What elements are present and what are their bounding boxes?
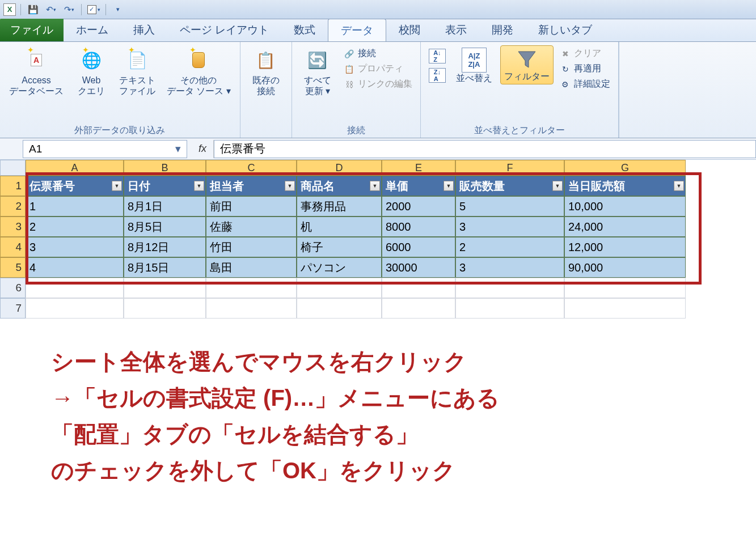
qat-checkbox[interactable]: ✓▾ [86, 3, 101, 16]
cell[interactable] [124, 298, 206, 319]
filter-dropdown-icon[interactable]: ▼ [370, 181, 380, 191]
cell[interactable]: パソコン [297, 257, 382, 278]
table-header[interactable]: 販売数量▼ [455, 176, 564, 196]
cell[interactable]: 12,000 [564, 237, 686, 257]
other-sources-button[interactable]: ✦ その他の データ ソース ▾ [163, 45, 234, 99]
dropdown-icon[interactable]: ▾ [175, 142, 181, 155]
row-header-6[interactable]: 6 [0, 278, 26, 298]
tab-newtab[interactable]: 新しいタブ [526, 19, 605, 41]
col-header-D[interactable]: D [297, 160, 382, 176]
cell[interactable] [564, 298, 686, 319]
name-box[interactable]: A1 ▾ [23, 140, 187, 158]
cell[interactable]: 2 [26, 217, 124, 237]
tab-home[interactable]: ホーム [64, 19, 121, 41]
connections-button[interactable]: 🔗接続 [344, 48, 412, 60]
cell[interactable] [382, 278, 455, 298]
table-header[interactable]: 当日販売額▼ [564, 176, 686, 196]
cell[interactable]: 1 [26, 196, 124, 217]
redo-icon[interactable]: ↷▾ [62, 3, 77, 16]
table-header[interactable]: 単価▼ [382, 176, 455, 196]
tab-formulas[interactable]: 数式 [281, 19, 328, 41]
col-header-F[interactable]: F [455, 160, 564, 176]
cell[interactable]: 8000 [382, 217, 455, 237]
cell[interactable] [206, 298, 297, 319]
filter-dropdown-icon[interactable]: ▼ [194, 181, 204, 191]
cell[interactable] [297, 278, 382, 298]
cell[interactable]: 24,000 [564, 217, 686, 237]
table-header[interactable]: 日付▼ [124, 176, 206, 196]
cell[interactable]: 4 [26, 257, 124, 278]
fx-label[interactable]: fx [192, 140, 214, 158]
cell[interactable]: 6000 [382, 237, 455, 257]
cell[interactable]: 8月1日 [124, 196, 206, 217]
col-header-A[interactable]: A [26, 160, 124, 176]
reapply-button[interactable]: ↻再適用 [560, 63, 610, 75]
filter-dropdown-icon[interactable]: ▼ [552, 181, 563, 191]
access-db-button[interactable]: ✦A Access データベース [6, 45, 67, 99]
cell[interactable]: 島田 [206, 257, 297, 278]
select-all-corner[interactable] [0, 160, 26, 176]
cell[interactable] [26, 298, 124, 319]
existing-conn-button[interactable]: 📋 既存の 接続 [246, 45, 286, 99]
col-header-B[interactable]: B [124, 160, 206, 176]
cell[interactable]: 8月15日 [124, 257, 206, 278]
col-header-G[interactable]: G [564, 160, 686, 176]
cell[interactable] [455, 298, 564, 319]
filter-dropdown-icon[interactable]: ▼ [285, 181, 295, 191]
undo-icon[interactable]: ↶▾ [44, 3, 58, 16]
row-header-3[interactable]: 3 [0, 217, 26, 237]
tab-review[interactable]: 校閲 [386, 19, 433, 41]
web-query-button[interactable]: ✦🌐 Web クエリ [71, 45, 111, 99]
refresh-all-button[interactable]: 🔄 すべて 更新 ▾ [298, 45, 337, 99]
tab-file[interactable]: ファイル [0, 19, 64, 41]
cell[interactable]: 2000 [382, 196, 455, 217]
cell[interactable]: 前田 [206, 196, 297, 217]
tab-developer[interactable]: 開発 [479, 19, 526, 41]
sort-button[interactable]: A|ZZ|A 並べ替え [453, 45, 496, 86]
cell[interactable] [455, 278, 564, 298]
cell[interactable]: 2 [455, 237, 564, 257]
sort-desc-button[interactable]: Z↓A [429, 68, 446, 83]
text-file-button[interactable]: ✦📄 テキスト ファイル [116, 45, 159, 99]
row-header-2[interactable]: 2 [0, 196, 26, 217]
filter-dropdown-icon[interactable]: ▼ [112, 181, 122, 191]
cell[interactable]: 事務用品 [297, 196, 382, 217]
cell[interactable] [297, 298, 382, 319]
save-icon[interactable]: 💾 [26, 3, 40, 16]
cell[interactable]: 3 [455, 217, 564, 237]
cell[interactable]: 佐藤 [206, 217, 297, 237]
app-icon[interactable]: X [3, 3, 16, 16]
edit-links-button[interactable]: ⛓リンクの編集 [344, 78, 412, 90]
clear-filter-button[interactable]: ✖クリア [560, 48, 610, 60]
sort-asc-button[interactable]: A↓Z [429, 49, 446, 63]
table-header[interactable]: 担当者▼ [206, 176, 297, 196]
cell[interactable]: 90,000 [564, 257, 686, 278]
row-header-7[interactable]: 7 [0, 298, 26, 319]
row-header-1[interactable]: 1 [0, 176, 26, 196]
tab-data[interactable]: データ [328, 19, 386, 41]
table-header[interactable]: 商品名▼ [297, 176, 382, 196]
cell[interactable] [26, 278, 124, 298]
advanced-filter-button[interactable]: ⚙詳細設定 [560, 78, 610, 90]
row-header-5[interactable]: 5 [0, 257, 26, 278]
formula-input[interactable]: 伝票番号 [214, 140, 756, 158]
cell[interactable]: 8月5日 [124, 217, 206, 237]
tab-view[interactable]: 表示 [433, 19, 479, 41]
col-header-E[interactable]: E [382, 160, 455, 176]
col-header-C[interactable]: C [206, 160, 297, 176]
cell[interactable]: 10,000 [564, 196, 686, 217]
cell[interactable]: 机 [297, 217, 382, 237]
qat-customize-icon[interactable]: ▾ [111, 3, 125, 16]
row-header-4[interactable]: 4 [0, 237, 26, 257]
cell[interactable]: 5 [455, 196, 564, 217]
cell[interactable]: 3 [26, 237, 124, 257]
cell[interactable]: 3 [455, 257, 564, 278]
cell[interactable] [564, 278, 686, 298]
table-header[interactable]: 伝票番号▼ [26, 176, 124, 196]
cell[interactable] [382, 298, 455, 319]
filter-dropdown-icon[interactable]: ▼ [444, 181, 454, 191]
filter-button[interactable]: フィルター [500, 45, 554, 84]
cell[interactable]: 30000 [382, 257, 455, 278]
tab-pagelayout[interactable]: ページ レイアウト [167, 19, 281, 41]
cell[interactable]: 8月12日 [124, 237, 206, 257]
